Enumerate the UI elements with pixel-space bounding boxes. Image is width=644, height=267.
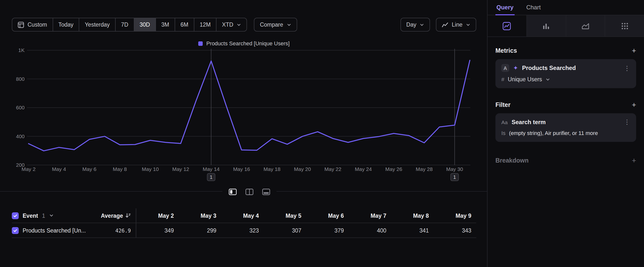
tab-chart[interactable]: Chart [525,0,542,15]
x-axis-tick-label: May 20 [294,166,311,172]
breakdown-heading: Breakdown [496,157,529,164]
range-3m-button[interactable]: 3M [156,18,175,31]
range-xtd-button[interactable]: XTD [216,18,246,31]
date-column-header[interactable]: May 7 [349,212,391,218]
range-30d-button[interactable]: 30D [134,18,156,31]
tile-stacked-chart[interactable] [566,15,605,37]
metric-aggregation-row[interactable]: # Unique Users [501,76,630,82]
annotation-badge-label: 1 [453,174,456,180]
average-header-label: Average [101,212,123,218]
event-count: 1 [42,212,45,218]
filter-operator: Is [501,130,506,136]
filter-value: (empty string), Air purifier, or 11 more [509,130,598,136]
tile-line-chart[interactable] [488,15,526,37]
bar-chart-icon [542,22,550,30]
main-panel: Custom TodayYesterday7D30D3M6M12MXTD Com… [0,0,487,267]
row-series-name: Products Searched [Un... [23,227,86,233]
tab-query[interactable]: Query [496,0,514,15]
chevron-down-icon [286,23,291,27]
chevron-down-icon[interactable] [49,213,54,218]
filter-kebab-menu[interactable]: ⋮ [624,118,630,126]
range-today-button[interactable]: Today [52,18,79,31]
results-table: Event 1 Average May 2May 3May 4May 5May … [12,208,476,238]
toolbar-left: Custom TodayYesterday7D30D3M6M12MXTD Com… [12,18,297,32]
date-column-header[interactable]: May 8 [391,212,434,218]
x-axis-tick-label: May 6 [82,166,96,172]
annotation-badge-label: 1 [210,174,212,180]
range-yesterday-button[interactable]: Yesterday [79,18,115,31]
date-column-header[interactable]: May 3 [179,212,222,218]
line-chart-icon [502,22,512,30]
row-value-cell: 400 [349,227,391,233]
chevron-down-icon [237,23,241,27]
app-window: Custom TodayYesterday7D30D3M6M12MXTD Com… [0,0,644,267]
custom-range-label: Custom [28,22,47,28]
compare-button[interactable]: Compare [254,18,297,32]
layout-side-by-side-button[interactable] [226,186,239,197]
select-all-checkbox[interactable] [12,212,19,219]
compare-label: Compare [260,22,283,28]
filter-section-header: Filter + [496,101,636,108]
add-metric-button[interactable]: + [632,47,636,54]
tile-metrics-grid[interactable] [605,15,644,37]
metric-card[interactable]: A ✦ Products Searched ⋮ # Unique Users [496,59,636,88]
x-axis-tick-label: May 22 [324,166,342,172]
legend-label: Products Searched [Unique Users] [206,40,290,46]
range-12m-button[interactable]: 12M [194,18,216,31]
breakdown-section-header: Breakdown + [496,157,636,164]
x-axis-tick-label: May 24 [355,166,372,172]
range-custom-button[interactable]: Custom [12,18,52,31]
metric-name[interactable]: Products Searched [522,65,620,71]
x-axis-tick-label: May 2 [22,166,36,172]
series-line [28,60,470,151]
add-filter-button[interactable]: + [632,101,636,108]
layout-bottom-panel-button[interactable] [260,186,272,197]
x-axis-tick-label: May 18 [264,166,280,172]
x-axis-tick-label: May 30 [446,166,463,172]
layout-chart-only-button[interactable] [243,186,256,197]
row-checkbox[interactable] [12,227,19,234]
date-column-header[interactable]: May 4 [222,212,264,218]
filter-heading: Filter [496,101,510,108]
date-column-header[interactable]: May 5 [264,212,306,218]
filter-card-title-row: Aa Search term ⋮ [501,118,630,126]
x-axis-tick-label: May 8 [113,166,127,172]
metric-kebab-menu[interactable]: ⋮ [624,64,630,72]
chevron-down-icon [546,77,550,82]
row-average-value: 426.9 [115,227,131,233]
add-breakdown-button[interactable]: + [632,157,636,164]
metrics-section-header: Metrics + [496,47,636,54]
chart-legend[interactable]: Products Searched [Unique Users] [12,40,476,46]
date-column-header[interactable]: May 6 [306,212,349,218]
sparkle-icon: ✦ [513,65,518,71]
y-axis-tick-label: 400 [16,134,24,139]
chevron-down-icon [466,23,470,27]
filter-condition-row[interactable]: Is (empty string), Air purifier, or 11 m… [501,130,630,136]
row-value-cell: 379 [306,227,349,233]
sort-desc-icon[interactable] [126,213,131,218]
table-header-row: Event 1 Average May 2May 3May 4May 5May … [12,208,476,223]
filter-property-name[interactable]: Search term [512,118,620,125]
aggregation-label: Unique Users [508,76,542,82]
row-average-cell: 426.9 [98,223,136,237]
y-axis-tick-label: 1K [18,47,24,53]
x-axis-tick-label: May 4 [52,166,66,172]
granularity-button[interactable]: Day [400,18,430,32]
text-type-icon: Aa [501,119,508,125]
date-column-header[interactable]: May 9 [434,212,476,218]
filter-card[interactable]: Aa Search term ⋮ Is (empty string), Air … [496,113,636,142]
table-body: Products Searched [Un...426.934929932330… [12,223,476,238]
hash-icon: # [501,76,504,82]
date-column-header[interactable]: May 2 [136,212,179,218]
row-value-cell: 299 [179,227,222,233]
range-7d-button[interactable]: 7D [115,18,134,31]
grid-dots-icon [620,22,629,30]
chart-style-button[interactable]: Line [436,18,476,32]
average-header-cell[interactable]: Average [98,208,136,223]
row-event-cell: Products Searched [Un... [12,223,98,237]
tile-bar-chart[interactable] [526,15,566,37]
x-axis-tick-label: May 12 [172,166,189,172]
range-6m-button[interactable]: 6M [175,18,194,31]
chart-type-tiles [488,15,644,37]
x-axis-tick-label: May 10 [142,166,159,172]
